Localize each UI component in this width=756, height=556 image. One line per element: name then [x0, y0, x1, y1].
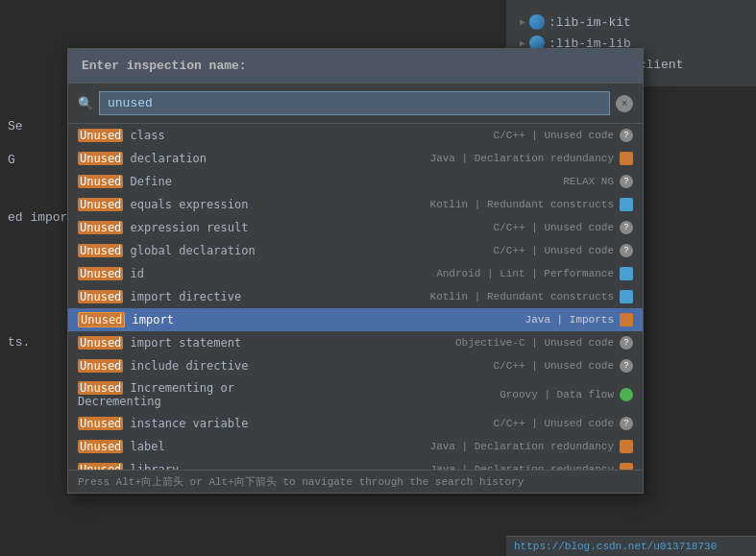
result-meta: Java | Declaration redundancy	[289, 441, 614, 452]
result-meta: C/C++ | Unused code	[289, 360, 614, 372]
result-row-unused-declaration[interactable]: Unused declaration Java | Declaration re…	[68, 147, 643, 170]
inspection-dialog: Enter inspection name: 🔍 × Unused class …	[67, 48, 644, 494]
result-type-icon	[620, 388, 633, 401]
search-bar: 🔍 ×	[68, 84, 643, 124]
result-meta: RELAX NG	[289, 176, 614, 187]
result-name: Unused include directive	[78, 359, 289, 373]
url-text: https://blog.csdn.net/u013718730	[514, 541, 717, 552]
result-type-icon	[620, 267, 633, 280]
result-meta: Objective-C | Unused code	[289, 337, 614, 349]
result-type-icon: ?	[620, 244, 633, 257]
result-row-unused-increment[interactable]: Unused Incrementing or Decrementing Groo…	[68, 377, 643, 412]
result-meta: C/C++ | Unused code	[289, 418, 614, 429]
tree-arrow: ▶	[520, 16, 525, 28]
result-row-unused-label[interactable]: Unused label Java | Declaration redundan…	[68, 435, 643, 458]
dialog-title: Enter inspection name:	[68, 49, 643, 84]
result-type-icon	[620, 290, 633, 303]
result-row-unused-equals[interactable]: Unused equals expression Kotlin | Redund…	[68, 193, 643, 216]
result-row-unused-import[interactable]: Unused import Java | Imports	[68, 308, 643, 331]
result-name: Unused global declaration	[78, 244, 289, 257]
result-type-icon	[620, 313, 633, 326]
result-name: Unused Incrementing or Decrementing	[78, 381, 289, 408]
result-name: Unused Define	[78, 175, 289, 188]
result-meta: Java | Declaration redundancy	[289, 464, 614, 470]
result-meta: Java | Declaration redundancy	[289, 153, 614, 164]
clear-button[interactable]: ×	[616, 95, 633, 112]
result-type-icon: ?	[620, 175, 633, 188]
result-meta: Android | Lint | Performance	[289, 268, 614, 279]
result-name: Unused expression result	[78, 221, 289, 234]
result-type-icon: ?	[620, 336, 633, 350]
result-name: Unused library	[78, 463, 289, 470]
result-meta: Java | Imports	[289, 314, 614, 326]
search-input[interactable]	[99, 91, 610, 115]
result-row-unused-include[interactable]: Unused include directive C/C++ | Unused …	[68, 354, 643, 377]
left-text-dots: ts.	[0, 331, 37, 353]
tree-item-lib-im-kit[interactable]: ▶ :lib-im-kit	[516, 12, 746, 33]
result-name: Unused id	[78, 267, 289, 280]
tree-item-label: :lib-im-kit	[549, 15, 631, 30]
left-text-se: Se	[0, 115, 31, 137]
result-name: Unused declaration	[78, 152, 289, 165]
result-name: Unused label	[78, 440, 289, 453]
status-bar: Press Alt+向上箭头 or Alt+向下箭头 to navigate t…	[68, 470, 643, 493]
result-type-icon	[620, 198, 633, 211]
result-meta: C/C++ | Unused code	[289, 222, 614, 233]
result-name: Unused equals expression	[78, 198, 289, 211]
result-meta: C/C++ | Unused code	[289, 245, 614, 256]
result-type-icon: ?	[620, 417, 633, 430]
result-row-unused-id[interactable]: Unused id Android | Lint | Performance	[68, 262, 643, 285]
gradle-icon	[529, 14, 545, 30]
result-row-unused-import-directive[interactable]: Unused import directive Kotlin | Redunda…	[68, 285, 643, 308]
result-row-unused-global[interactable]: Unused global declaration C/C++ | Unused…	[68, 239, 643, 262]
results-list: Unused class C/C++ | Unused code ? Unuse…	[68, 124, 643, 470]
result-row-unused-import-stmt[interactable]: Unused import statement Objective-C | Un…	[68, 331, 643, 354]
result-type-icon	[620, 463, 633, 470]
result-type-icon: ?	[620, 221, 633, 234]
search-icon: 🔍	[78, 96, 93, 111]
result-row-unused-expression[interactable]: Unused expression result C/C++ | Unused …	[68, 216, 643, 239]
result-row-unused-library[interactable]: Unused library Java | Declaration redund…	[68, 458, 643, 470]
result-meta: Groovy | Data flow	[289, 389, 614, 400]
result-name: Unused class	[78, 129, 289, 142]
left-text-go: G	[0, 149, 23, 171]
result-row-unused-define[interactable]: Unused Define RELAX NG ?	[68, 170, 643, 193]
result-type-icon: ?	[620, 359, 633, 373]
result-meta: Kotlin | Redundant constructs	[289, 199, 614, 210]
result-type-icon	[620, 152, 633, 165]
result-row-unused-class[interactable]: Unused class C/C++ | Unused code ?	[68, 124, 643, 147]
result-meta: C/C++ | Unused code	[289, 130, 614, 141]
result-meta: Kotlin | Redundant constructs	[289, 291, 614, 302]
result-name: Unused import statement	[78, 336, 289, 350]
result-type-icon: ?	[620, 129, 633, 142]
url-bar: https://blog.csdn.net/u013718730	[506, 536, 756, 556]
result-row-unused-instance[interactable]: Unused instance variable C/C++ | Unused …	[68, 412, 643, 435]
result-name: Unused instance variable	[78, 417, 289, 430]
result-name: Unused import directive	[78, 290, 289, 303]
status-bar-text: Press Alt+向上箭头 or Alt+向下箭头 to navigate t…	[78, 476, 524, 488]
result-name: Unused import	[78, 313, 289, 326]
result-type-icon	[620, 440, 633, 453]
